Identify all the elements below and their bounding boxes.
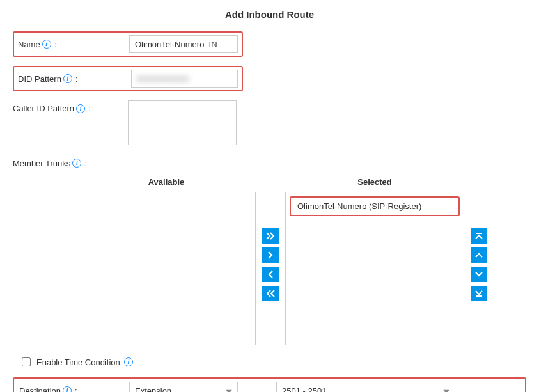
cid-label: Caller ID Pattern <box>13 104 74 113</box>
list-item[interactable]: OlimonTel-Numero (SIP-Register) <box>293 199 456 214</box>
available-listbox[interactable] <box>77 192 256 345</box>
info-icon[interactable]: i <box>63 74 72 83</box>
destination-label: Destination <box>19 386 61 393</box>
available-header: Available <box>148 177 185 187</box>
name-input[interactable] <box>129 35 238 53</box>
selected-listbox[interactable]: OlimonTel-Numero (SIP-Register) <box>285 192 464 345</box>
chevron-left-icon <box>267 270 274 278</box>
cid-input[interactable] <box>128 100 237 145</box>
chevron-bottom-icon <box>474 290 483 297</box>
add-button[interactable] <box>262 247 279 263</box>
selected-item-highlight: OlimonTel-Numero (SIP-Register) <box>290 196 460 216</box>
did-row-highlight: DID Pattern i : 0000000000 <box>13 66 243 91</box>
chevron-right-icon <box>267 251 274 259</box>
selected-header: Selected <box>357 177 391 187</box>
colon: : <box>75 74 78 84</box>
info-icon[interactable]: i <box>72 159 81 168</box>
destination-type-value: Extension <box>135 386 171 393</box>
page-title: Add Inbound Route <box>13 9 526 20</box>
move-bottom-button[interactable] <box>471 286 487 301</box>
info-icon[interactable]: i <box>42 40 51 49</box>
destination-value: 2501 - 2501 <box>282 386 326 393</box>
destination-type-select[interactable]: Extension <box>129 382 238 392</box>
caret-down-icon <box>443 386 449 393</box>
colon: : <box>54 40 57 49</box>
chevron-down-icon <box>475 270 483 278</box>
remove-all-button[interactable] <box>262 286 279 301</box>
info-icon[interactable]: i <box>76 104 85 113</box>
double-chevron-right-icon <box>266 232 275 240</box>
caret-down-icon <box>226 386 232 393</box>
enable-time-condition-checkbox[interactable] <box>22 357 31 366</box>
move-down-button[interactable] <box>471 267 487 282</box>
remove-button[interactable] <box>262 267 279 282</box>
colon: : <box>84 159 87 168</box>
trunks-label: Member Trunks <box>13 159 70 168</box>
did-label: DID Pattern <box>18 74 61 84</box>
name-label: Name <box>18 40 40 49</box>
double-chevron-left-icon <box>266 290 275 297</box>
chevron-top-icon <box>474 232 483 240</box>
destination-row-highlight: Destination i : Extension 2501 - 2501 <box>13 377 526 392</box>
etc-label: Enable Time Condition <box>36 357 120 367</box>
did-value-blurred: 0000000000 <box>137 74 189 84</box>
name-row-highlight: Name i : <box>13 31 243 57</box>
info-icon[interactable]: i <box>124 357 133 366</box>
colon: : <box>75 386 77 393</box>
chevron-up-icon <box>475 251 483 259</box>
move-up-button[interactable] <box>471 247 487 263</box>
move-top-button[interactable] <box>471 228 487 244</box>
info-icon[interactable]: i <box>63 386 72 392</box>
colon: : <box>88 104 91 113</box>
did-input[interactable]: 0000000000 <box>131 70 238 88</box>
add-all-button[interactable] <box>262 228 279 244</box>
destination-value-select[interactable]: 2501 - 2501 <box>276 382 455 392</box>
